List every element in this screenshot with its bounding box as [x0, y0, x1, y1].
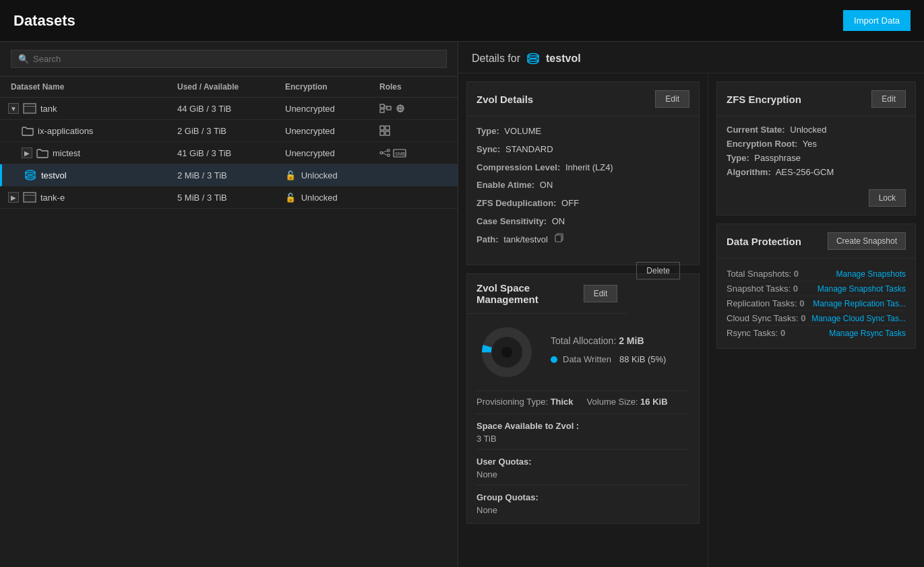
- table-row[interactable]: ix-applications 2 GiB / 3 TiB Unencrypte…: [0, 120, 458, 142]
- lock-icon: 🔓: [285, 193, 296, 203]
- detail-value: Inherit (LZ4): [565, 162, 613, 172]
- svg-rect-4: [380, 104, 384, 108]
- dp-header: Data Protection Create Snapshot: [717, 224, 915, 259]
- zvol-details-edit-button[interactable]: Edit: [655, 90, 689, 108]
- dp-row-label: Total Snapshots: 0: [727, 269, 799, 279]
- space-management-edit-button[interactable]: Edit: [584, 285, 618, 302]
- row-label: testvol: [41, 170, 67, 180]
- dp-manage-link[interactable]: Manage Replication Tas...: [813, 299, 906, 308]
- search-bar: 🔍: [0, 42, 458, 77]
- divider: [476, 449, 689, 450]
- detail-value: STANDARD: [505, 144, 553, 154]
- dp-row-label: Rsync Tasks: 0: [727, 328, 785, 338]
- enc-type-label: Type:: [727, 153, 749, 163]
- details-header-text: Details for: [472, 53, 520, 65]
- row-label: mictest: [53, 148, 80, 158]
- enc-algo-value: AES-256-GCM: [776, 167, 834, 177]
- svg-rect-28: [24, 193, 36, 202]
- user-quotas-label: User Quotas:: [476, 457, 689, 467]
- col-roles: Roles: [379, 82, 447, 92]
- vol-size-label: Volume Size:: [587, 397, 638, 407]
- enc-state: Current State: Unlocked: [727, 125, 906, 135]
- folder-icon: [22, 126, 34, 136]
- import-data-button[interactable]: Import Data: [843, 10, 911, 31]
- prov-type: Provisioning Type: Thick: [476, 397, 574, 407]
- zvol-details-card: Zvol Details Edit Type: VOLUME Sync: STA…: [466, 81, 700, 265]
- expand-mictest[interactable]: ▶: [22, 147, 32, 158]
- svg-rect-36: [555, 235, 561, 242]
- dp-row: Rsync Tasks: 0 Manage Rsync Tasks: [727, 326, 906, 340]
- table-row[interactable]: ▼ tank 44 GiB / 3 TiB Unencrypted: [0, 98, 458, 120]
- main-content: 🔍 Dataset Name Used / Available Encrypti…: [0, 42, 924, 567]
- lock-button[interactable]: Lock: [869, 189, 906, 207]
- detail-label: ZFS Deduplication:: [476, 198, 556, 208]
- row-encryption: Unencrypted: [285, 148, 379, 158]
- search-icon: 🔍: [18, 54, 29, 64]
- zfs-enc-title: ZFS Encryption: [727, 94, 801, 105]
- row-name-tanke: ▶ tank-e: [8, 192, 177, 203]
- detail-label: Sync:: [476, 144, 500, 154]
- table-row[interactable]: testvol 2 MiB / 3 TiB 🔓 Unlocked: [0, 164, 458, 187]
- enc-root: Encryption Root: Yes: [727, 139, 906, 149]
- expand-tank[interactable]: ▼: [8, 103, 19, 114]
- vol-size-value: 16 KiB: [640, 397, 667, 407]
- dp-count: 0: [793, 284, 798, 294]
- svg-rect-0: [24, 104, 36, 113]
- group-quotas-value: None: [476, 505, 689, 515]
- dataset-icon: [23, 103, 36, 114]
- search-input[interactable]: [33, 54, 439, 64]
- donut-chart: [476, 322, 537, 382]
- row-name-tank: ▼ tank: [8, 103, 177, 114]
- dp-count: 0: [780, 328, 785, 338]
- create-snapshot-button[interactable]: Create Snapshot: [828, 232, 906, 250]
- dp-manage-link[interactable]: Manage Snapshot Tasks: [818, 284, 906, 294]
- svg-line-22: [382, 153, 387, 155]
- detail-value: ON: [540, 180, 553, 190]
- row-used: 41 GiB / 3 TiB: [177, 148, 285, 158]
- expand-tanke[interactable]: ▶: [8, 192, 19, 203]
- detail-row-sync: Sync: STANDARD: [476, 143, 689, 157]
- zvol-details-body: Type: VOLUME Sync: STANDARD Compression …: [467, 116, 699, 265]
- copy-path-icon[interactable]: [555, 234, 564, 244]
- user-quotas-section: User Quotas: None: [476, 457, 689, 479]
- svg-rect-26: [26, 172, 35, 178]
- col-name: Dataset Name: [11, 82, 177, 92]
- table-row[interactable]: ▶ mictest 41 GiB / 3 TiB Unencrypted: [0, 142, 458, 164]
- row-label: tank-e: [40, 193, 65, 203]
- dp-title: Data Protection: [727, 236, 801, 247]
- zvol-delete-button[interactable]: Delete: [636, 262, 680, 279]
- space-management-body: Total Allocation: 2 MiB Data Written 88 …: [467, 314, 699, 523]
- dp-manage-link[interactable]: Manage Snapshots: [836, 269, 906, 279]
- svg-rect-15: [386, 126, 390, 130]
- zvol-details-title: Zvol Details: [476, 94, 533, 105]
- datasets-panel: 🔍 Dataset Name Used / Available Encrypti…: [0, 42, 458, 567]
- table-row[interactable]: ▶ tank-e 5 MiB / 3 TiB 🔓 Unlocked: [0, 187, 458, 209]
- svg-rect-14: [380, 126, 384, 130]
- dp-manage-link[interactable]: Manage Rsync Tasks: [829, 329, 906, 338]
- provisioning-info: Provisioning Type: Thick Volume Size: 16…: [476, 391, 689, 407]
- dp-row: Total Snapshots: 0 Manage Snapshots: [727, 267, 906, 281]
- enc-root-label: Encryption Root:: [727, 139, 797, 149]
- col-used: Used / Available: [177, 82, 285, 92]
- dp-row-label: Cloud Sync Tasks: 0: [727, 313, 806, 323]
- space-management-title: Zvol Space Management: [476, 282, 584, 305]
- zvol-icon: [24, 170, 37, 180]
- detail-row-compression: Compression Level: Inherit (LZ4): [476, 161, 689, 175]
- dp-row-label: Snapshot Tasks: 0: [727, 284, 798, 294]
- zfs-enc-edit-button[interactable]: Edit: [871, 90, 906, 108]
- page-header: Datasets Import Data: [0, 0, 924, 42]
- row-used: 2 MiB / 3 TiB: [177, 170, 285, 180]
- group-quotas-label: Group Quotas:: [476, 492, 689, 502]
- detail-label: Enable Atime:: [476, 180, 534, 190]
- row-name-testvol: testvol: [24, 170, 177, 180]
- zfs-enc-body: Current State: Unlocked Encryption Root:…: [717, 116, 915, 215]
- dp-row: Cloud Sync Tasks: 0 Manage Cloud Sync Ta…: [727, 311, 906, 326]
- folder-icon: [36, 148, 49, 158]
- total-allocation: Total Allocation: 2 MiB: [551, 335, 666, 346]
- zfs-enc-header: ZFS Encryption Edit: [717, 82, 915, 116]
- dp-manage-link[interactable]: Manage Cloud Sync Tas...: [811, 314, 906, 323]
- enc-state-label: Current State:: [727, 125, 785, 135]
- details-panel: Details for testvol Zvol Details Edit: [458, 42, 924, 567]
- group-quotas-section: Group Quotas: None: [476, 492, 689, 515]
- svg-rect-5: [380, 109, 384, 112]
